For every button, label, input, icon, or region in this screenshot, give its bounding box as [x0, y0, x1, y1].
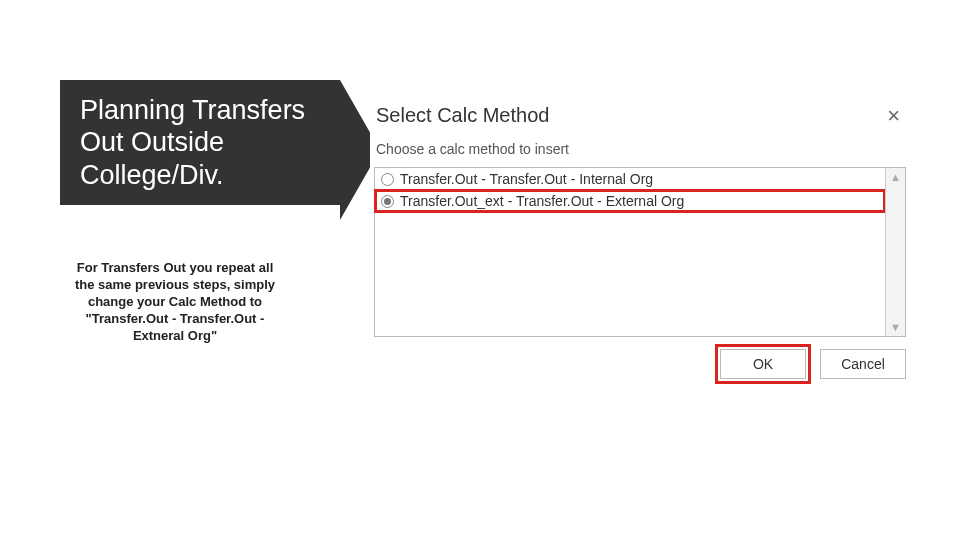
dialog-header: Select Calc Method ×	[370, 100, 910, 137]
option-external-org[interactable]: Transfer.Out_ext - Transfer.Out - Extern…	[375, 190, 885, 212]
dialog-instruction: Choose a calc method to insert	[370, 137, 910, 167]
listbox-scrollbar[interactable]: ▲ ▼	[885, 168, 905, 336]
dialog-title: Select Calc Method	[376, 104, 549, 127]
list-items: Transfer.Out - Transfer.Out - Internal O…	[375, 168, 885, 336]
cancel-button[interactable]: Cancel	[820, 349, 906, 379]
slide-title-box: Planning Transfers Out Outside College/D…	[60, 80, 340, 205]
scroll-up-icon[interactable]: ▲	[886, 168, 905, 186]
calc-method-listbox-wrap: Transfer.Out - Transfer.Out - Internal O…	[374, 167, 906, 337]
dialog-button-row: OK Cancel	[370, 337, 910, 383]
radio-icon	[381, 195, 394, 208]
ok-button[interactable]: OK	[720, 349, 806, 379]
scroll-down-icon[interactable]: ▼	[886, 318, 905, 336]
close-icon[interactable]: ×	[883, 105, 904, 127]
slide-title: Planning Transfers Out Outside College/D…	[80, 94, 320, 191]
option-internal-org[interactable]: Transfer.Out - Transfer.Out - Internal O…	[375, 168, 885, 190]
slide-instruction-text: For Transfers Out you repeat all the sam…	[70, 260, 280, 344]
slide-title-container: Planning Transfers Out Outside College/D…	[60, 80, 340, 205]
option-label: Transfer.Out - Transfer.Out - Internal O…	[400, 171, 653, 187]
calc-method-listbox[interactable]: Transfer.Out - Transfer.Out - Internal O…	[374, 167, 906, 337]
radio-icon	[381, 173, 394, 186]
option-label: Transfer.Out_ext - Transfer.Out - Extern…	[400, 193, 684, 209]
select-calc-method-dialog: Select Calc Method × Choose a calc metho…	[370, 100, 910, 383]
